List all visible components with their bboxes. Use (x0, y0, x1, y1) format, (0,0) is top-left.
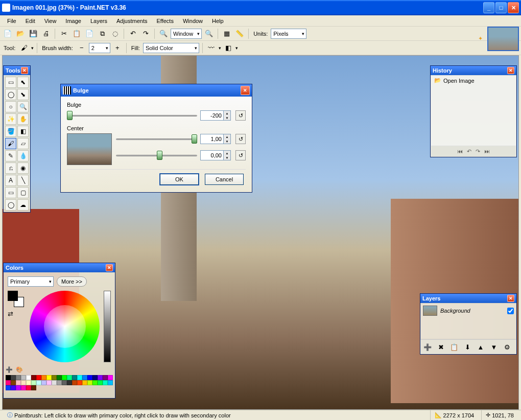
palette-cell[interactable] (11, 385, 16, 390)
bucket-tool[interactable]: 🪣 (5, 126, 16, 137)
zoom-tool[interactable]: 🔍 (17, 101, 29, 112)
palette-cell[interactable] (57, 380, 62, 385)
ellipse-select-tool[interactable]: ○ (5, 101, 16, 112)
menu-layers[interactable]: Layers (86, 17, 111, 25)
pencil-tool[interactable]: ✎ (5, 150, 16, 161)
palette-cell[interactable] (31, 385, 36, 390)
palette-cell[interactable] (16, 385, 21, 390)
image-thumbnail[interactable] (487, 27, 519, 51)
palette-cell[interactable] (62, 380, 67, 385)
ruler-icon[interactable]: 📏 (234, 28, 245, 39)
history-forward-icon[interactable]: ⏭ (484, 148, 490, 155)
bulge-reset-button[interactable]: ↺ (235, 110, 246, 121)
palette-cell[interactable] (31, 375, 36, 380)
blend-mode-icon[interactable]: ◧ (223, 42, 234, 54)
menu-view[interactable]: View (40, 17, 61, 25)
menu-window[interactable]: Window (179, 17, 207, 25)
zoom-out-icon[interactable]: 🔍 (158, 28, 169, 39)
palette-cell[interactable] (67, 380, 72, 385)
move-selected-tool[interactable]: ⬉ (17, 77, 29, 88)
ellipse-shape-tool[interactable]: ◯ (5, 199, 16, 211)
palette-cell[interactable] (62, 375, 67, 380)
line-tool[interactable]: ╲ (17, 175, 29, 186)
menu-effects[interactable]: Effects (153, 17, 178, 25)
open-icon[interactable]: 📂 (15, 28, 26, 39)
tools-close-button[interactable]: ✕ (21, 67, 28, 74)
color-picker-tool[interactable]: 💧 (17, 150, 29, 161)
colors-close-button[interactable]: ✕ (106, 264, 113, 271)
redo-icon[interactable]: ↷ (140, 28, 151, 39)
text-tool[interactable]: A (5, 175, 16, 186)
center-x-slider[interactable] (116, 133, 197, 145)
bulge-slider[interactable] (67, 110, 197, 121)
ok-button[interactable]: OK (160, 174, 199, 185)
history-list[interactable]: 📂Open Image (431, 75, 516, 146)
palette-cell[interactable] (87, 375, 92, 380)
history-redo-icon[interactable]: ↷ (476, 148, 480, 155)
palette-cell[interactable] (87, 380, 92, 385)
center-preview[interactable] (67, 133, 112, 165)
add-swatch-icon[interactable]: ➕ (6, 366, 13, 373)
brush-increase-button[interactable]: + (112, 42, 123, 54)
palette-cell[interactable] (16, 380, 21, 385)
palette-cell[interactable] (36, 375, 41, 380)
history-undo-icon[interactable]: ↶ (467, 148, 471, 155)
duplicate-layer-icon[interactable]: 📋 (448, 341, 460, 353)
palette-cell[interactable] (26, 380, 31, 385)
palette-cell[interactable] (46, 380, 52, 385)
deselect-icon[interactable]: ◌ (109, 28, 121, 39)
palette-cell[interactable] (103, 375, 108, 380)
center-y-input[interactable]: ▲▼ (200, 150, 231, 160)
palette-cell[interactable] (26, 385, 31, 390)
menu-adjustments[interactable]: Adjustments (112, 17, 152, 25)
zoom-mode-select[interactable]: Window (171, 29, 202, 39)
eraser-tool[interactable]: ▱ (17, 138, 29, 149)
palette-cell[interactable] (41, 375, 46, 380)
palette-cell[interactable] (6, 385, 11, 390)
paste-icon[interactable]: 📄 (84, 28, 95, 39)
color-swatches[interactable] (8, 291, 24, 307)
menu-edit[interactable]: Edit (21, 17, 39, 25)
wand-tool[interactable]: ✨ (5, 113, 16, 125)
menu-image[interactable]: Image (61, 17, 85, 25)
palette-cell[interactable] (82, 375, 87, 380)
add-layer-icon[interactable]: ➕ (422, 341, 433, 353)
rectangle-shape-tool[interactable]: ▭ (5, 187, 16, 198)
rounded-rect-tool[interactable]: ▢ (17, 187, 29, 198)
settings-star-icon[interactable]: ✦ (478, 35, 485, 42)
dialog-close-button[interactable]: ✕ (241, 86, 250, 95)
center-x-input[interactable]: ▲▼ (200, 134, 231, 144)
pan-tool[interactable]: ✋ (17, 113, 29, 125)
palette-cell[interactable] (92, 375, 98, 380)
cut-icon[interactable]: ✂ (58, 28, 69, 39)
palette-cell[interactable] (26, 375, 31, 380)
recolor-tool[interactable]: ◉ (17, 162, 29, 174)
value-slider[interactable] (104, 291, 111, 362)
history-close-button[interactable]: ✕ (507, 67, 514, 74)
palette-cell[interactable] (77, 380, 82, 385)
paintbrush-tool[interactable]: 🖌 (5, 138, 16, 149)
center-x-reset-button[interactable]: ↺ (235, 134, 246, 144)
history-rewind-icon[interactable]: ⏮ (457, 148, 463, 155)
palette-cell[interactable] (41, 380, 46, 385)
layer-list[interactable]: Background (420, 303, 516, 339)
primary-color-swatch[interactable] (8, 291, 18, 301)
print-icon[interactable]: 🖨 (40, 28, 52, 39)
center-y-reset-button[interactable]: ↺ (235, 150, 246, 160)
swap-colors-icon[interactable]: ⇄ (8, 310, 26, 318)
palette-cell[interactable] (21, 385, 26, 390)
menu-file[interactable]: File (3, 17, 20, 25)
color-mode-select[interactable]: Primary (8, 276, 54, 287)
undo-icon[interactable]: ↶ (127, 28, 138, 39)
fill-select[interactable]: Solid Color (143, 43, 199, 53)
rect-select-tool[interactable]: ▭ (5, 77, 16, 88)
new-icon[interactable]: 📄 (2, 28, 13, 39)
palette-cell[interactable] (108, 380, 113, 385)
brush-width-input[interactable]: 2 (89, 43, 110, 53)
palette-cell[interactable] (67, 375, 72, 380)
history-item[interactable]: 📂Open Image (431, 76, 516, 85)
palette-cell[interactable] (72, 375, 77, 380)
palette-cell[interactable] (6, 380, 11, 385)
palette-cell[interactable] (36, 380, 41, 385)
merge-layer-icon[interactable]: ⬇ (462, 341, 473, 353)
